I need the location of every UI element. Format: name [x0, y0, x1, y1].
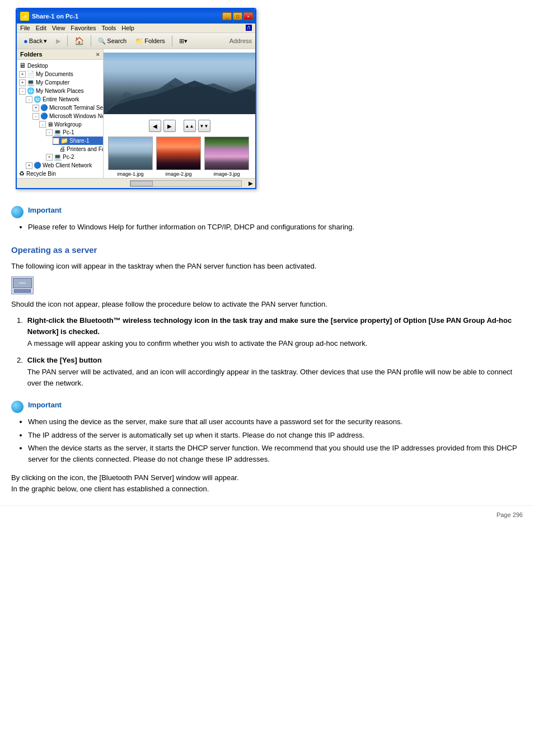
tree-item-mswindows[interactable]: - 🔵 Microsoft Windows Network: [32, 112, 103, 120]
page-number: Page 296: [0, 505, 534, 523]
statusbar-scrollbar[interactable]: [130, 180, 242, 187]
window-icon: 📁: [20, 12, 29, 21]
tree-item-mycomputer[interactable]: + 💻 My Computer: [19, 78, 103, 87]
thumb-label-3: image-3.jpg: [213, 171, 240, 177]
tree-label-networkplaces: My Network Places: [36, 88, 84, 94]
folders-button[interactable]: 📁 Folders: [132, 36, 168, 46]
document-content: Important Please refer to Windows Help f…: [0, 199, 534, 505]
thumbnail-2[interactable]: image-2.jpg: [156, 137, 201, 177]
windows-explorer-screenshot: 📁 Share-1 on Pc-1 _ □ × File Edit View F…: [16, 8, 256, 189]
tree-item-msterminal[interactable]: + 🔵 Microsoft Terminal Services: [32, 104, 103, 112]
tree-item-share1[interactable]: + 📁 Share-1: [53, 137, 103, 145]
prev-button[interactable]: ◀: [149, 120, 161, 132]
back-button[interactable]: ● Back ▾: [20, 35, 50, 47]
important-icon-2: [11, 401, 24, 413]
tree-item-pc2[interactable]: + 💻 Pc-2: [46, 153, 103, 161]
toolbar-separator-3: [172, 35, 172, 46]
expand-entirenetwork[interactable]: -: [26, 96, 32, 103]
pan-icon-inner: ══: [13, 278, 32, 288]
window-controls: _ □ ×: [222, 12, 253, 20]
toolbar-separator-1: [67, 35, 68, 46]
expand-webclient[interactable]: +: [26, 162, 32, 169]
step-2: 2. Click the [Yes] button The PAN server…: [17, 355, 523, 389]
menu-file[interactable]: File: [20, 25, 30, 31]
step-1-content: Right-click the Bluetooth™ wireless tech…: [27, 315, 523, 349]
tree-item-workgroup[interactable]: - 🖥 Workgroup: [39, 120, 103, 128]
zoom-in-button[interactable]: ▲▲: [184, 120, 196, 132]
important-title-2: Important: [28, 400, 62, 411]
folders-header: Folders ×: [17, 49, 103, 60]
menu-edit[interactable]: Edit: [36, 25, 46, 31]
expand-msterminal[interactable]: +: [32, 105, 39, 111]
search-button[interactable]: 🔍 Search: [95, 36, 130, 46]
help-icon: 🅰: [246, 25, 252, 31]
folders-icon: 📁: [135, 37, 143, 45]
expand-networkplaces[interactable]: -: [19, 88, 26, 95]
tree-item-networkplaces[interactable]: - 🌐 My Network Places: [19, 87, 103, 95]
expand-mswindows[interactable]: -: [32, 113, 39, 120]
tree-label-pc2: Pc-2: [63, 154, 74, 160]
tree-item-recycle[interactable]: ♻ Recycle Bin: [19, 170, 103, 178]
search-label: Search: [107, 37, 127, 44]
important-item-2-2: When the device starts as the server, it…: [28, 443, 523, 464]
ms-icon-1: 🔵: [40, 104, 48, 111]
tree-item-webclient[interactable]: + 🔵 Web Client Network: [26, 161, 103, 170]
scroll-thumb: [130, 181, 153, 186]
thumb-image-1: [108, 137, 153, 170]
important-2-body: Important: [28, 400, 62, 411]
landscape-image: [104, 53, 255, 114]
step-1-bold: Right-click the Bluetooth™ wireless tech…: [27, 316, 512, 336]
expand-pc1[interactable]: -: [46, 129, 53, 136]
menu-help[interactable]: Help: [121, 25, 134, 31]
step-2-num: 2.: [17, 355, 23, 389]
menu-tools[interactable]: Tools: [102, 25, 116, 31]
expand-workgroup[interactable]: -: [39, 121, 46, 128]
tree-label-printers: Printers and Faxes: [67, 146, 103, 152]
expand-mycomputer[interactable]: +: [19, 79, 26, 86]
expand-share1[interactable]: +: [53, 138, 59, 144]
expand-mydocs[interactable]: +: [19, 71, 26, 78]
menu-view[interactable]: View: [52, 25, 65, 31]
tree-label-mydocs: My Documents: [36, 71, 73, 77]
forward-button[interactable]: ▶: [53, 36, 64, 46]
zoom-out-button[interactable]: ▼▼: [198, 120, 210, 132]
important-box-1: Important: [11, 205, 523, 218]
tree-label-workgroup: Workgroup: [54, 121, 82, 128]
menubar: File Edit View Favorites Tools Help 🅰: [17, 24, 255, 33]
expand-pc2[interactable]: +: [46, 154, 53, 161]
tree-item-pc1[interactable]: - 💻 Pc-1: [46, 128, 103, 137]
thumb-label-2: image-2.jpg: [165, 171, 191, 177]
thumb-label-1: image-1.jpg: [117, 171, 143, 177]
important-list-2: When using the device as the server, mak…: [28, 416, 523, 464]
home-icon: 🏠: [74, 36, 84, 45]
pan-icon-symbol: ══: [19, 280, 25, 287]
toolbar-separator-2: [91, 35, 91, 46]
view-button[interactable]: ⊞▾: [176, 36, 191, 46]
back-arrow-icon: ●: [24, 37, 28, 45]
minimize-button[interactable]: _: [222, 12, 232, 20]
close-button[interactable]: ×: [243, 12, 253, 20]
menu-favorites[interactable]: Favorites: [71, 25, 96, 31]
thumbnail-3[interactable]: image-3.jpg: [204, 137, 249, 177]
folders-close-button[interactable]: ×: [96, 51, 100, 58]
search-icon: 🔍: [98, 37, 106, 45]
main-panel: ◀ ▶ ▲▲ ▼▼ image-1.jpg image-2.jpg: [104, 49, 255, 178]
next-button[interactable]: ▶: [163, 120, 176, 132]
back-label: Back: [29, 37, 43, 44]
recycle-icon: ♻: [19, 170, 25, 177]
tree-item-entirenetwork[interactable]: - 🌐 Entire Network: [26, 95, 103, 104]
home-button[interactable]: 🏠: [71, 35, 87, 47]
tree-label-desktop: Desktop: [27, 63, 48, 69]
tree-item-desktop[interactable]: 🖥 Desktop: [19, 61, 103, 70]
titlebar: 📁 Share-1 on Pc-1 _ □ ×: [17, 9, 255, 24]
folders-panel: Folders × 🖥 Desktop + 📄 My Documents: [17, 49, 104, 178]
step-2-content: Click the [Yes] button The PAN server wi…: [27, 355, 523, 389]
thumbnail-1[interactable]: image-1.jpg: [108, 137, 153, 177]
tree-item-printers[interactable]: 🖨 Printers and Faxes: [59, 145, 103, 153]
maximize-button[interactable]: □: [233, 12, 242, 20]
thumb-image-2: [156, 137, 201, 170]
step-1-detail: A message will appear asking you to conf…: [27, 338, 523, 349]
tree-item-mydocs[interactable]: + 📄 My Documents: [19, 70, 103, 78]
tree-label-webclient: Web Client Network: [43, 162, 92, 168]
address-label: Address: [229, 37, 252, 44]
